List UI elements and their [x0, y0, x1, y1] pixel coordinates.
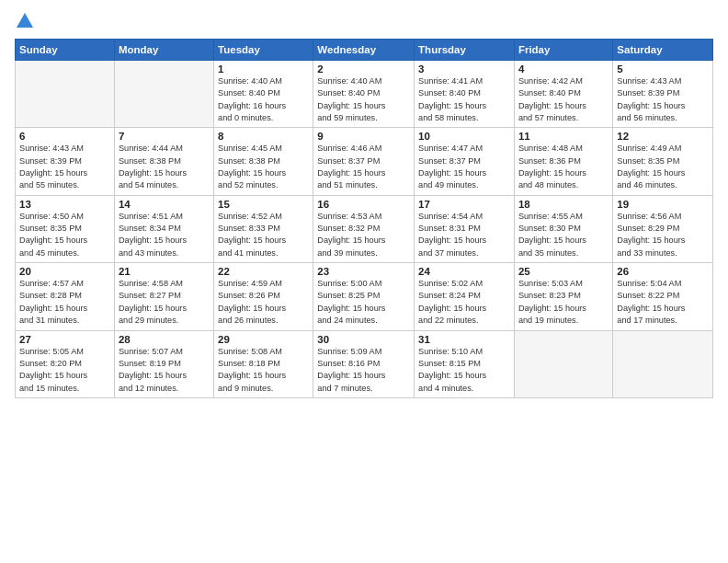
day-cell: 18Sunrise: 4:55 AMSunset: 8:30 PMDayligh…	[514, 195, 612, 262]
day-number: 11	[518, 131, 609, 142]
day-number: 8	[218, 131, 309, 142]
day-cell: 7Sunrise: 4:44 AMSunset: 8:38 PMDaylight…	[114, 128, 213, 195]
day-info: Sunrise: 4:55 AMSunset: 8:30 PMDaylight:…	[518, 211, 609, 259]
day-cell: 2Sunrise: 4:40 AMSunset: 8:40 PMDaylight…	[313, 61, 415, 128]
day-info: Sunrise: 4:57 AMSunset: 8:28 PMDaylight:…	[19, 278, 110, 327]
header-row: SundayMondayTuesdayWednesdayThursdayFrid…	[16, 40, 713, 61]
day-info: Sunrise: 4:45 AMSunset: 8:38 PMDaylight:…	[218, 143, 309, 191]
day-cell: 31Sunrise: 5:10 AMSunset: 8:15 PMDayligh…	[415, 330, 515, 397]
day-number: 20	[19, 266, 110, 277]
day-number: 23	[317, 266, 410, 277]
col-header-sunday: Sunday	[16, 40, 115, 61]
week-row-5: 27Sunrise: 5:05 AMSunset: 8:20 PMDayligh…	[16, 330, 713, 397]
day-info: Sunrise: 4:43 AMSunset: 8:39 PMDaylight:…	[617, 75, 709, 124]
day-number: 15	[218, 199, 309, 210]
calendar: SundayMondayTuesdayWednesdayThursdayFrid…	[15, 39, 713, 398]
day-number: 19	[617, 199, 709, 210]
day-number: 14	[119, 199, 210, 210]
day-cell: 30Sunrise: 5:09 AMSunset: 8:16 PMDayligh…	[313, 330, 415, 397]
day-info: Sunrise: 4:44 AMSunset: 8:38 PMDaylight:…	[119, 143, 210, 191]
day-cell: 3Sunrise: 4:41 AMSunset: 8:40 PMDaylight…	[415, 61, 515, 128]
day-info: Sunrise: 5:04 AMSunset: 8:22 PMDaylight:…	[617, 278, 709, 327]
day-number: 1	[218, 63, 309, 75]
day-info: Sunrise: 4:40 AMSunset: 8:40 PMDaylight:…	[317, 75, 410, 124]
day-info: Sunrise: 4:58 AMSunset: 8:27 PMDaylight:…	[119, 278, 210, 327]
day-cell: 29Sunrise: 5:08 AMSunset: 8:18 PMDayligh…	[214, 330, 313, 397]
day-cell: 6Sunrise: 4:43 AMSunset: 8:39 PMDaylight…	[16, 128, 115, 195]
day-cell: 9Sunrise: 4:46 AMSunset: 8:37 PMDaylight…	[313, 128, 415, 195]
day-cell: 13Sunrise: 4:50 AMSunset: 8:35 PMDayligh…	[16, 195, 115, 262]
day-number: 26	[617, 266, 709, 277]
day-number: 24	[418, 266, 510, 277]
day-cell: 1Sunrise: 4:40 AMSunset: 8:40 PMDaylight…	[214, 61, 313, 128]
day-cell: 21Sunrise: 4:58 AMSunset: 8:27 PMDayligh…	[114, 263, 213, 330]
day-info: Sunrise: 4:47 AMSunset: 8:37 PMDaylight:…	[418, 143, 510, 191]
day-number: 5	[617, 63, 709, 75]
day-cell: 14Sunrise: 4:51 AMSunset: 8:34 PMDayligh…	[114, 195, 213, 262]
day-cell: 12Sunrise: 4:49 AMSunset: 8:35 PMDayligh…	[613, 128, 713, 195]
header	[15, 11, 713, 31]
day-number: 28	[119, 334, 210, 345]
day-number: 7	[119, 131, 210, 142]
day-info: Sunrise: 4:56 AMSunset: 8:29 PMDaylight:…	[617, 211, 709, 259]
day-cell: 4Sunrise: 4:42 AMSunset: 8:40 PMDaylight…	[514, 61, 612, 128]
day-info: Sunrise: 4:52 AMSunset: 8:33 PMDaylight:…	[218, 211, 309, 259]
day-cell: 10Sunrise: 4:47 AMSunset: 8:37 PMDayligh…	[415, 128, 515, 195]
day-info: Sunrise: 4:53 AMSunset: 8:32 PMDaylight:…	[317, 211, 410, 259]
week-row-4: 20Sunrise: 4:57 AMSunset: 8:28 PMDayligh…	[16, 263, 713, 330]
day-info: Sunrise: 4:54 AMSunset: 8:31 PMDaylight:…	[418, 211, 510, 259]
day-number: 27	[19, 334, 110, 345]
day-cell: 22Sunrise: 4:59 AMSunset: 8:26 PMDayligh…	[214, 263, 313, 330]
day-info: Sunrise: 4:49 AMSunset: 8:35 PMDaylight:…	[617, 143, 709, 191]
col-header-thursday: Thursday	[415, 40, 515, 61]
col-header-tuesday: Tuesday	[214, 40, 313, 61]
week-row-1: 1Sunrise: 4:40 AMSunset: 8:40 PMDaylight…	[16, 61, 713, 128]
day-cell: 27Sunrise: 5:05 AMSunset: 8:20 PMDayligh…	[16, 330, 115, 397]
day-info: Sunrise: 4:51 AMSunset: 8:34 PMDaylight:…	[119, 211, 210, 259]
day-cell: 8Sunrise: 4:45 AMSunset: 8:38 PMDaylight…	[214, 128, 313, 195]
day-cell: 19Sunrise: 4:56 AMSunset: 8:29 PMDayligh…	[613, 195, 713, 262]
day-cell: 15Sunrise: 4:52 AMSunset: 8:33 PMDayligh…	[214, 195, 313, 262]
day-info: Sunrise: 4:59 AMSunset: 8:26 PMDaylight:…	[218, 278, 309, 327]
day-info: Sunrise: 4:48 AMSunset: 8:36 PMDaylight:…	[518, 143, 609, 191]
day-cell: 25Sunrise: 5:03 AMSunset: 8:23 PMDayligh…	[514, 263, 612, 330]
day-info: Sunrise: 5:03 AMSunset: 8:23 PMDaylight:…	[518, 278, 609, 327]
day-cell: 17Sunrise: 4:54 AMSunset: 8:31 PMDayligh…	[415, 195, 515, 262]
col-header-saturday: Saturday	[613, 40, 713, 61]
day-cell	[114, 61, 213, 128]
day-cell	[613, 330, 713, 397]
day-cell: 23Sunrise: 5:00 AMSunset: 8:25 PMDayligh…	[313, 263, 415, 330]
day-number: 16	[317, 199, 410, 210]
day-cell: 20Sunrise: 4:57 AMSunset: 8:28 PMDayligh…	[16, 263, 115, 330]
day-number: 6	[19, 131, 110, 142]
logo	[15, 11, 39, 31]
day-number: 29	[218, 334, 309, 345]
day-number: 30	[317, 334, 410, 345]
day-number: 25	[518, 266, 609, 277]
page: SundayMondayTuesdayWednesdayThursdayFrid…	[0, 0, 728, 563]
day-info: Sunrise: 4:42 AMSunset: 8:40 PMDaylight:…	[518, 75, 609, 124]
day-info: Sunrise: 5:07 AMSunset: 8:19 PMDaylight:…	[119, 346, 210, 395]
col-header-wednesday: Wednesday	[313, 40, 415, 61]
day-cell: 16Sunrise: 4:53 AMSunset: 8:32 PMDayligh…	[313, 195, 415, 262]
day-cell: 5Sunrise: 4:43 AMSunset: 8:39 PMDaylight…	[613, 61, 713, 128]
day-info: Sunrise: 4:50 AMSunset: 8:35 PMDaylight:…	[19, 211, 110, 259]
day-cell	[16, 61, 115, 128]
day-number: 17	[418, 199, 510, 210]
day-number: 18	[518, 199, 609, 210]
day-cell: 24Sunrise: 5:02 AMSunset: 8:24 PMDayligh…	[415, 263, 515, 330]
day-info: Sunrise: 4:46 AMSunset: 8:37 PMDaylight:…	[317, 143, 410, 191]
col-header-monday: Monday	[114, 40, 213, 61]
day-number: 9	[317, 131, 410, 142]
day-number: 2	[317, 63, 410, 75]
day-number: 3	[418, 63, 510, 75]
day-number: 31	[418, 334, 510, 345]
day-info: Sunrise: 4:40 AMSunset: 8:40 PMDaylight:…	[218, 75, 309, 124]
week-row-3: 13Sunrise: 4:50 AMSunset: 8:35 PMDayligh…	[16, 195, 713, 262]
day-info: Sunrise: 5:10 AMSunset: 8:15 PMDaylight:…	[418, 346, 510, 395]
day-number: 12	[617, 131, 709, 142]
day-number: 21	[119, 266, 210, 277]
day-info: Sunrise: 5:08 AMSunset: 8:18 PMDaylight:…	[218, 346, 309, 395]
day-cell: 28Sunrise: 5:07 AMSunset: 8:19 PMDayligh…	[114, 330, 213, 397]
day-info: Sunrise: 5:02 AMSunset: 8:24 PMDaylight:…	[418, 278, 510, 327]
